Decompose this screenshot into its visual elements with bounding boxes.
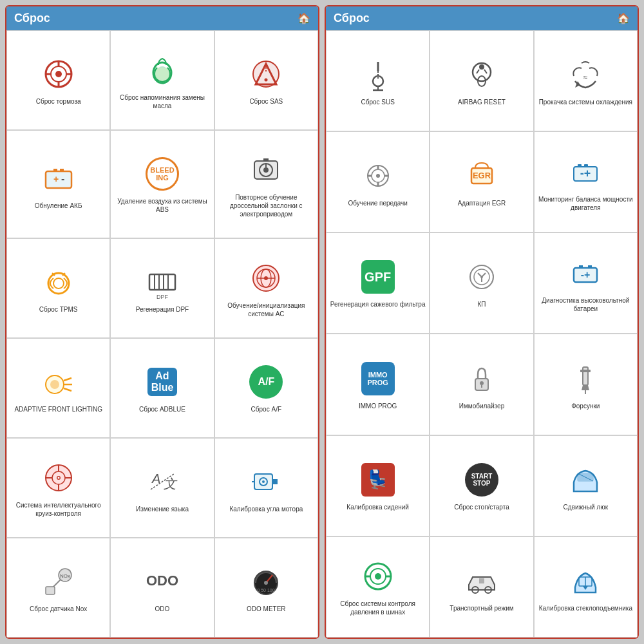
power-label: Мониторинг баланса мощности двигателя <box>537 195 634 212</box>
motor-item[interactable]: Калибровка угла мотора <box>214 438 318 538</box>
startstop-icon: STARTSTOP <box>462 460 501 499</box>
odo-item[interactable]: ODO ODO <box>110 538 214 638</box>
throttle-icon <box>247 151 285 189</box>
svg-point-20 <box>263 167 269 173</box>
adblue-label: Сброс ADBLUE <box>139 405 185 413</box>
sunroof-icon <box>566 460 605 499</box>
ac-item[interactable]: Обучение/инициализация системы АС <box>214 238 318 338</box>
transport-icon <box>462 562 501 600</box>
seat-item[interactable]: 💺 Калибровка сидений <box>326 435 430 536</box>
power-icon: -+ <box>566 153 605 191</box>
odo-icon: ODO <box>143 562 182 601</box>
adblue-item[interactable]: Ad Blue Сброс ADBLUE <box>110 338 214 438</box>
battery-label: Обнуление АКБ <box>35 202 82 210</box>
cruise-item[interactable]: Система интеллектуального круиз-контроля <box>6 438 110 538</box>
sas-item[interactable]: ! Сброс SAS <box>214 30 318 130</box>
seat-icon: 💺 <box>359 460 397 499</box>
svg-point-35 <box>264 276 268 280</box>
oil-label: Сброс напоминания замены масла <box>113 93 211 110</box>
immob-item[interactable]: Иммобилайзер <box>430 334 533 435</box>
af-item[interactable]: A/F Сброс A/F <box>214 338 318 438</box>
afl-label: ADAPTIVE FRONT LIGHTING <box>14 405 102 413</box>
transport-item[interactable]: Транспортный режим <box>430 536 533 638</box>
injector-item[interactable]: Форсунки <box>534 334 638 435</box>
svg-rect-21 <box>263 158 269 161</box>
airbag-item[interactable]: AIRBAG RESET <box>430 30 533 131</box>
sus-label: Сброс SUS <box>361 98 394 106</box>
airbag-icon <box>462 55 501 94</box>
right-home-icon[interactable]: 🏠 <box>617 12 630 24</box>
bleeding-item[interactable]: BLEEDING Удаление воздуха из системы ABS <box>110 130 214 238</box>
svg-rect-14 <box>53 169 57 171</box>
svg-text:-+: -+ <box>580 167 591 180</box>
lang-icon: A 文 <box>143 462 182 501</box>
svg-text:-+: -+ <box>581 269 591 280</box>
lang-label: Изменение языка <box>136 505 189 513</box>
window-item[interactable]: Калибровка стеклоподъемника <box>534 536 638 638</box>
battery-icon: + - <box>39 159 78 198</box>
svg-text:+: + <box>53 174 59 184</box>
brake-label: Сброс тормоза <box>36 97 81 106</box>
hv-label: Диагностика высоковольтной батареи <box>537 296 634 313</box>
cooling-item[interactable]: ≈ Прокачка системы охлаждения <box>534 30 638 131</box>
svg-point-12 <box>265 79 268 82</box>
injector-label: Форсунки <box>571 402 600 410</box>
hv-item[interactable]: -+ Диагностика высоковольтной батареи <box>534 232 638 334</box>
odometer-label: ODO METER <box>247 605 286 613</box>
trans-item[interactable]: Обучение передачи <box>326 131 430 232</box>
svg-rect-112 <box>479 578 484 583</box>
cruise-icon <box>39 459 78 497</box>
svg-line-74 <box>477 70 479 73</box>
sus-item[interactable]: Сброс SUS <box>326 30 430 131</box>
immo-item[interactable]: IMMOPROG IMMO PROG <box>326 334 430 435</box>
svg-point-79 <box>376 174 380 178</box>
svg-rect-58 <box>46 587 55 594</box>
svg-rect-53 <box>272 479 278 484</box>
left-home-icon[interactable]: 🏠 <box>298 12 310 24</box>
egr-item[interactable]: EGR Адаптация EGR <box>430 131 533 232</box>
startstop-item[interactable]: STARTSTOP Сброс стоп/старта <box>430 435 533 536</box>
bleeding-icon: BLEEDING <box>143 155 182 193</box>
svg-point-24 <box>53 278 64 289</box>
dpf-item[interactable]: DPF Регенерация DPF <box>110 238 214 338</box>
brake-item[interactable]: Сброс тормоза <box>6 30 110 130</box>
ac-icon <box>247 259 285 298</box>
tirepress-icon <box>359 557 397 596</box>
left-panel: Сброс 🏠 Сброс тормоза <box>5 5 319 639</box>
svg-line-75 <box>484 70 487 73</box>
sunroof-item[interactable]: Сдвижный люк <box>534 435 638 536</box>
svg-text:≈: ≈ <box>583 73 588 82</box>
lang-item[interactable]: A 文 Изменение языка <box>110 438 214 538</box>
egr-icon: EGR <box>462 156 501 195</box>
immo-label: IMMO PROG <box>359 402 397 410</box>
airbag-label: AIRBAG RESET <box>458 98 506 106</box>
cruise-label: Система интеллектуального круиз-контроля <box>10 501 107 518</box>
cooling-label: Прокачка системы охлаждения <box>539 98 632 106</box>
egr-label: Адаптация EGR <box>458 199 506 207</box>
nox-item[interactable]: NOx Сброс датчика Nox <box>6 538 110 638</box>
oil-item[interactable]: Сброс напоминания замены масла <box>110 30 214 130</box>
svg-text:EGR: EGR <box>473 171 491 180</box>
odometer-icon: 0 50 100 <box>247 562 285 601</box>
oil-icon <box>143 51 182 90</box>
svg-point-37 <box>50 380 59 389</box>
cooling-icon: ≈ <box>566 55 605 94</box>
gpf-item[interactable]: GPF Регенерация сажевого фильтра <box>326 232 430 334</box>
trans-icon <box>359 156 397 195</box>
power-item[interactable]: -+ Мониторинг баланса мощности двигателя <box>534 131 638 232</box>
svg-point-73 <box>479 64 484 70</box>
svg-point-56 <box>262 480 265 483</box>
kp-item[interactable]: КП <box>430 232 533 334</box>
svg-rect-102 <box>580 370 591 372</box>
svg-rect-94 <box>579 265 583 268</box>
odometer-item[interactable]: 0 50 100 ODO METER <box>214 538 318 638</box>
tpms-item[interactable]: Сброс TPMS <box>6 238 110 338</box>
kp-icon <box>462 258 501 296</box>
throttle-item[interactable]: Повторное обучение дроссельной заслонки … <box>214 130 318 238</box>
tirepress-item[interactable]: Сброс системы контроля давления в шинах <box>326 536 430 638</box>
throttle-label: Повторное обучение дроссельной заслонки … <box>218 193 315 218</box>
battery-item[interactable]: + - Обнуление АКБ <box>6 130 110 238</box>
right-panel: Сброс 🏠 Сброс SUS <box>325 5 639 639</box>
immob-label: Иммобилайзер <box>459 402 504 410</box>
afl-item[interactable]: ADAPTIVE FRONT LIGHTING <box>6 338 110 438</box>
